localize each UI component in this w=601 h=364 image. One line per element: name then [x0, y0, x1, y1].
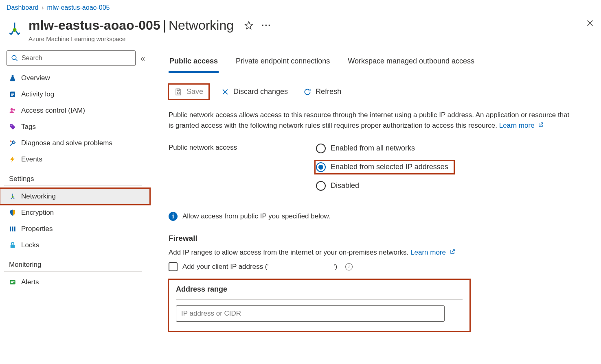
people-icon — [9, 107, 16, 114]
more-icon[interactable]: ··· — [261, 21, 271, 30]
tab-managed-outbound[interactable]: Workspace managed outbound access — [347, 53, 475, 73]
title-separator: | — [163, 18, 166, 33]
sidebar-item-overview[interactable]: Overview — [4, 70, 150, 86]
lock-icon — [9, 242, 16, 249]
svg-rect-18 — [177, 89, 180, 90]
tabs: Public access Private endpoint connectio… — [169, 53, 593, 73]
save-icon — [174, 88, 182, 96]
radio-enabled-all[interactable]: Enabled from all networks — [315, 142, 593, 155]
page-title-sub: Networking — [169, 18, 234, 33]
info-tooltip-icon[interactable]: i — [345, 263, 353, 270]
radio-icon — [316, 144, 326, 153]
info-icon: i — [169, 212, 178, 221]
firewall-heading: Firewall — [169, 234, 593, 243]
refresh-button[interactable]: Refresh — [300, 85, 344, 98]
log-icon — [9, 91, 16, 98]
sidebar-item-label: Activity log — [21, 90, 54, 98]
radio-icon — [316, 181, 326, 191]
discard-button[interactable]: Discard changes — [218, 85, 291, 98]
flask-icon — [9, 74, 16, 82]
radio-label: Enabled from selected IP addresses — [331, 163, 448, 171]
svg-line-2 — [15, 59, 18, 61]
public-network-access-row: Public network access Enabled from all n… — [169, 142, 593, 192]
network-icon — [9, 193, 16, 200]
svg-point-19 — [178, 92, 180, 94]
sidebar-item-locks[interactable]: Locks — [4, 237, 150, 253]
sidebar-item-label: Locks — [21, 241, 39, 249]
address-range-heading: Address range — [176, 285, 463, 300]
learn-more-link[interactable]: Learn more — [499, 122, 544, 129]
sidebar-item-label: Encryption — [21, 209, 54, 217]
svg-rect-13 — [14, 227, 15, 231]
refresh-label: Refresh — [316, 87, 341, 96]
info-banner: i Allow access from public IP you specif… — [169, 212, 593, 221]
sidebar-item-access-control[interactable]: Access control (IAM) — [4, 102, 150, 119]
svg-rect-12 — [12, 227, 13, 231]
svg-rect-11 — [10, 227, 11, 231]
bolt-icon — [9, 156, 16, 163]
sidebar-item-label: Tags — [21, 123, 36, 131]
sidebar-search-input[interactable] — [22, 54, 131, 62]
page-header: mlw-eastus-aoao-005 | Networking ··· Azu… — [0, 15, 601, 50]
checkbox-icon[interactable] — [169, 262, 178, 271]
sidebar-item-encryption[interactable]: Encryption — [4, 205, 150, 221]
radio-label: Enabled from all networks — [331, 144, 415, 153]
radio-icon — [316, 162, 326, 172]
breadcrumb-item-resource[interactable]: mlw-eastus-aoao-005 — [47, 4, 110, 11]
shield-icon — [9, 209, 16, 216]
discard-icon — [221, 88, 229, 96]
radio-disabled[interactable]: Disabled — [315, 179, 593, 192]
add-client-ip-row[interactable]: Add your client IP address (' ') i — [169, 262, 593, 271]
info-text: Allow access from public IP you specifie… — [182, 212, 330, 220]
sidebar-item-label: Access control (IAM) — [21, 107, 85, 115]
svg-point-7 — [11, 108, 13, 111]
search-icon — [11, 54, 18, 62]
sidebar-item-label: Diagnose and solve problems — [21, 139, 112, 147]
svg-rect-4 — [11, 93, 14, 94]
resource-icon — [7, 20, 23, 37]
sidebar-item-activity-log[interactable]: Activity log — [4, 86, 150, 102]
bars-icon — [9, 225, 16, 233]
tab-public-access[interactable]: Public access — [169, 53, 219, 73]
sidebar-item-alerts[interactable]: Alerts — [4, 274, 150, 290]
radio-enabled-selected-ips[interactable]: Enabled from selected IP addresses — [315, 161, 454, 174]
sidebar-item-tags[interactable]: Tags — [4, 119, 150, 135]
firewall-learn-more-link[interactable]: Learn more — [410, 248, 455, 256]
close-icon[interactable] — [586, 19, 594, 29]
radio-label: Disabled — [331, 181, 359, 190]
tab-private-endpoints[interactable]: Private endpoint connections — [235, 53, 331, 73]
sidebar-item-diagnose[interactable]: Diagnose and solve problems — [4, 135, 150, 151]
favorite-star-icon[interactable] — [244, 18, 253, 33]
save-button[interactable]: Save — [169, 84, 209, 99]
sidebar: « Overview Activity log Access control (… — [0, 50, 150, 362]
sidebar-item-properties[interactable]: Properties — [4, 221, 150, 237]
svg-point-9 — [11, 125, 11, 126]
public-access-description: Public network access allows access to t… — [169, 110, 576, 131]
sidebar-item-label: Overview — [21, 74, 50, 82]
page-title: mlw-eastus-aoao-005 | Networking ··· — [29, 18, 271, 33]
collapse-sidebar-icon[interactable]: « — [140, 54, 145, 63]
sidebar-item-events[interactable]: Events — [4, 151, 150, 168]
address-range-input[interactable] — [176, 305, 445, 322]
discard-label: Discard changes — [233, 87, 288, 96]
sidebar-search[interactable] — [7, 50, 136, 66]
resource-name: mlw-eastus-aoao-005 — [29, 18, 160, 33]
svg-point-8 — [13, 109, 15, 111]
breadcrumb: Dashboard › mlw-eastus-aoao-005 — [0, 0, 601, 15]
breadcrumb-item-dashboard[interactable]: Dashboard — [7, 4, 38, 11]
svg-point-1 — [12, 55, 16, 60]
resource-type-label: Azure Machine Learning workspace — [29, 35, 271, 42]
sidebar-section-monitoring: Monitoring — [4, 253, 142, 272]
sidebar-item-label: Properties — [21, 225, 53, 233]
toolbar: Save Discard changes Refresh — [169, 84, 593, 99]
sidebar-item-networking[interactable]: Networking — [0, 188, 150, 205]
checkbox-label: Add your client IP address (' ') — [182, 263, 337, 271]
alerts-icon — [9, 279, 16, 286]
svg-rect-17 — [11, 282, 13, 283]
tag-icon — [9, 123, 16, 131]
save-label: Save — [186, 87, 203, 96]
svg-rect-6 — [11, 95, 13, 96]
sidebar-item-label: Networking — [21, 192, 56, 201]
external-link-icon — [450, 249, 455, 255]
svg-rect-14 — [11, 245, 15, 248]
